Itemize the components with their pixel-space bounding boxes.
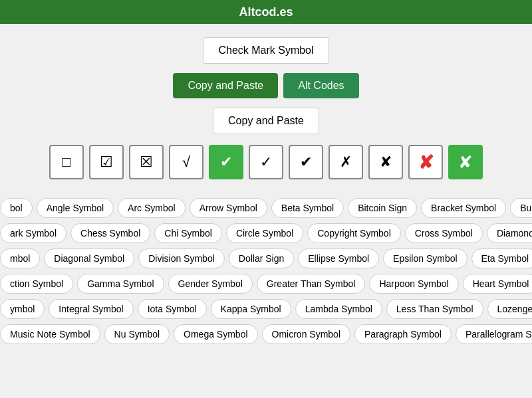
copy-paste-white-button[interactable]: Copy and Paste [213, 108, 319, 134]
tag-item[interactable]: Greater Than Symbol [257, 274, 366, 294]
tag-item[interactable]: Bullet Point [510, 198, 532, 218]
tag-item[interactable]: Harpoon Symbol [369, 274, 458, 294]
tag-item[interactable]: bol [0, 198, 33, 218]
tag-item[interactable]: Paragraph Symbol [354, 324, 452, 344]
site-header: Altcod.es [0, 0, 532, 24]
site-title: Altcod.es [239, 5, 293, 19]
tag-item[interactable]: Lozenge Symbo [487, 299, 532, 319]
tag-item[interactable]: Heart Symbol [463, 274, 532, 294]
tag-item[interactable]: Bracket Symbol [421, 198, 506, 218]
symbol-empty-square[interactable]: □ [49, 145, 84, 179]
tag-row-0: bolAngle SymbolArc SymbolArrow SymbolBet… [0, 195, 532, 221]
tag-item[interactable]: Omicron Symbol [262, 324, 350, 344]
symbol-x-box[interactable]: ☒ [129, 145, 164, 179]
tag-item[interactable]: Parallelogram Sy [456, 324, 532, 344]
tag-item[interactable]: Beta Symbol [271, 198, 344, 218]
tag-item[interactable]: Arrow Symbol [190, 198, 267, 218]
tag-item[interactable]: Integral Symbol [49, 299, 133, 319]
symbol-row: □ ☑ ☒ √ ✔ ✓ ✔ ✗ ✘ ✘ ✘ [49, 145, 483, 179]
tag-row-1: ark SymbolChess SymbolChi SymbolCircle S… [0, 221, 532, 246]
symbol-heavy-check-green[interactable]: ✔ [209, 145, 243, 179]
tag-item[interactable]: Less Than Symbol [386, 299, 483, 319]
tag-item[interactable]: Gender Symbol [168, 274, 253, 294]
symbol-checked-box[interactable]: ☑ [89, 145, 124, 179]
tag-item[interactable]: Gamma Symbol [77, 274, 164, 294]
check-mark-button[interactable]: Check Mark Symbol [203, 37, 329, 64]
tag-item[interactable]: Epsilon Symbol [383, 249, 467, 268]
tag-item[interactable]: Eta Symbol [471, 249, 532, 268]
tag-item[interactable]: Cross Symbol [405, 223, 483, 243]
symbol-check-light[interactable]: ✓ [249, 145, 283, 179]
tag-item[interactable]: Division Symbol [138, 249, 225, 268]
tag-item[interactable]: Lambda Symbol [295, 299, 382, 319]
tag-row-5: Music Note SymbolNu SymbolOmega SymbolOm… [0, 322, 532, 347]
tag-item[interactable]: ymbol [0, 299, 45, 319]
copy-paste-green-button[interactable]: Copy and Paste [173, 73, 278, 98]
symbol-x-red[interactable]: ✘ [408, 145, 443, 179]
tag-item[interactable]: ction Symbol [0, 274, 73, 294]
symbol-check-heavy[interactable]: ✔ [289, 145, 323, 179]
symbol-x-light[interactable]: ✗ [329, 145, 363, 179]
tag-item[interactable]: Omega Symbol [174, 324, 257, 344]
tag-item[interactable]: Music Note Symbol [0, 324, 100, 344]
main-content: Check Mark Symbol Copy and Paste Alt Cod… [0, 24, 532, 195]
tag-item[interactable]: Diagonal Symbol [44, 249, 134, 268]
tag-item[interactable]: Angle Symbol [37, 198, 114, 218]
tag-item[interactable]: Iota Symbol [138, 299, 207, 319]
symbol-x-heavy[interactable]: ✘ [368, 145, 403, 179]
tag-item[interactable]: Diamond Symbo [487, 223, 532, 243]
tag-item[interactable]: Chess Symbol [70, 223, 150, 243]
tag-item[interactable]: Chi Symbol [154, 223, 222, 243]
tag-item[interactable]: Ellipse Symbol [298, 249, 379, 268]
tag-item[interactable]: Dollar Sign [229, 249, 294, 268]
alt-codes-button[interactable]: Alt Codes [283, 73, 358, 98]
tag-item[interactable]: Nu Symbol [104, 324, 170, 344]
symbol-sqrt[interactable]: √ [169, 145, 203, 179]
tag-item[interactable]: Bitcoin Sign [348, 198, 417, 218]
symbol-x-green[interactable]: ✘ [448, 145, 483, 179]
tag-rows: bolAngle SymbolArc SymbolArrow SymbolBet… [0, 195, 532, 347]
tag-row-2: mbolDiagonal SymbolDivision SymbolDollar… [0, 246, 532, 271]
tag-item[interactable]: Circle Symbol [226, 223, 303, 243]
tag-item[interactable]: Kappa Symbol [211, 299, 291, 319]
tag-row-3: ction SymbolGamma SymbolGender SymbolGre… [0, 271, 532, 296]
action-buttons-row: Copy and Paste Alt Codes [173, 73, 358, 98]
tag-item[interactable]: ark Symbol [0, 223, 66, 243]
tag-item[interactable]: Arc Symbol [118, 198, 186, 218]
tag-item[interactable]: Copyright Symbol [307, 223, 401, 243]
tag-item[interactable]: mbol [0, 249, 40, 268]
tag-row-4: ymbolIntegral SymbolIota SymbolKappa Sym… [0, 296, 532, 322]
tags-container: bolAngle SymbolArc SymbolArrow SymbolBet… [0, 195, 532, 347]
